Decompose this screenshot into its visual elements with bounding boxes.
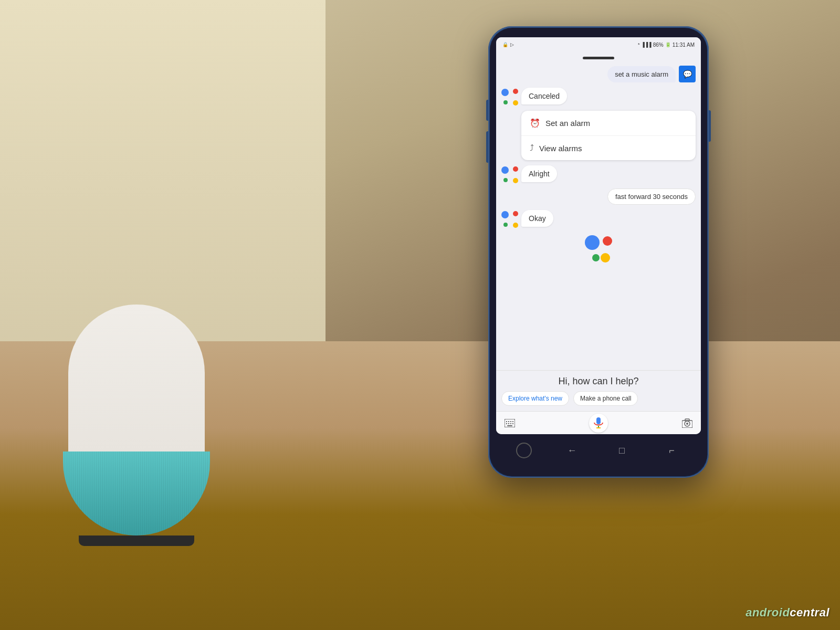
home-button[interactable]: □ [613, 441, 632, 460]
google-home-speaker [63, 304, 210, 525]
user-avatar-icon: 💬 [683, 70, 692, 78]
svg-rect-9 [507, 425, 512, 426]
alarm-clock-icon: ⏰ [530, 118, 540, 128]
dot-yellow-1 [513, 100, 518, 106]
google-dots-avatar-1 [501, 89, 518, 106]
dot-green-3 [503, 223, 508, 227]
input-bar [496, 411, 701, 434]
dot-yellow-large [601, 253, 610, 262]
watermark-central: central [790, 606, 830, 619]
assistant-message-3: Okay [501, 210, 696, 228]
status-icon-2: ▷ [510, 42, 514, 47]
status-left-icons: 🔒 ▷ [502, 42, 514, 47]
status-icon-1: 🔒 [502, 42, 508, 47]
earpiece [583, 57, 614, 59]
assistant-message-1: Canceled [501, 88, 696, 106]
svg-rect-5 [506, 423, 507, 424]
dot-blue-1 [501, 89, 509, 96]
phone-screen: 🔒 ▷ * ▐▐▐ 86% 🔋 11:31 AM [496, 37, 701, 434]
camera-icon[interactable] [680, 416, 695, 430]
watermark-android: android [746, 606, 790, 619]
assistant-chat-area[interactable]: set a music alarm 💬 Cancele [496, 61, 701, 370]
explore-new-button[interactable]: Explore what's new [501, 391, 569, 406]
google-dots-avatar-large [585, 235, 612, 262]
dot-yellow-2 [513, 178, 518, 183]
power-button [709, 110, 711, 142]
dot-red-3 [513, 211, 518, 216]
svg-rect-7 [510, 423, 511, 424]
dot-green-1 [503, 100, 508, 104]
okay-bubble: Okay [521, 210, 553, 227]
greeting-text: Hi, how can I help? [501, 376, 696, 387]
svg-rect-3 [510, 421, 511, 422]
svg-rect-4 [512, 421, 513, 422]
navigation-bar: ← □ ⌐ [490, 434, 707, 467]
battery-icon: 🔋 [665, 42, 671, 47]
phone-outer: 🔒 ▷ * ▐▐▐ 86% 🔋 11:31 AM [488, 26, 709, 478]
bluetooth-icon: * [638, 42, 640, 47]
dot-red-1 [513, 89, 518, 94]
svg-rect-6 [508, 423, 509, 424]
svg-rect-1 [506, 421, 507, 422]
volume-up-button [486, 100, 488, 121]
fast-forward-bubble: fast forward 30 seconds [607, 188, 696, 205]
status-bar: 🔒 ▷ * ▐▐▐ 86% 🔋 11:31 AM [496, 37, 701, 52]
phone-inner: 🔒 ▷ * ▐▐▐ 86% 🔋 11:31 AM [490, 28, 707, 476]
volume-down-button [486, 131, 488, 163]
svg-rect-16 [685, 419, 689, 421]
dot-blue-large [585, 235, 600, 250]
watermark: androidcentral [746, 606, 830, 620]
speaker-bottom [63, 452, 210, 536]
google-dots-avatar-2 [501, 166, 518, 183]
user-message-1: set a music alarm 💬 [501, 66, 696, 82]
dot-red-2 [513, 166, 518, 172]
phone-container: 🔒 ▷ * ▐▐▐ 86% 🔋 11:31 AM [488, 26, 709, 604]
set-alarm-label: Set an alarm [545, 119, 590, 128]
canceled-bubble: Canceled [521, 88, 567, 104]
dot-yellow-3 [513, 223, 518, 228]
make-call-button[interactable]: Make a phone call [573, 391, 638, 406]
quick-actions-bar: Explore what's new Make a phone call [501, 391, 696, 406]
assistant-bottom-area: Hi, how can I help? Explore what's new M… [496, 370, 701, 411]
dot-blue-2 [501, 166, 509, 174]
dot-red-large [603, 236, 612, 246]
microphone-button[interactable] [589, 414, 608, 433]
dot-green-large [592, 254, 600, 261]
signal-icon: ▐▐▐ [642, 42, 652, 47]
recent-button[interactable]: ⌐ [663, 441, 681, 460]
keyboard-icon[interactable] [502, 416, 517, 430]
user-bubble-1: set a music alarm [607, 66, 676, 82]
speaker-base [79, 536, 194, 546]
dot-green-2 [503, 178, 508, 182]
svg-rect-2 [508, 421, 509, 422]
alright-bubble: Alright [521, 165, 557, 182]
view-alarms-icon: ⤴ [530, 143, 534, 153]
set-alarm-item[interactable]: ⏰ Set an alarm [521, 111, 696, 136]
time-display: 11:31 AM [673, 42, 695, 48]
dot-blue-3 [501, 211, 509, 218]
svg-point-14 [686, 423, 688, 425]
google-dots-avatar-3 [501, 211, 518, 228]
battery-percentage: 86% [653, 42, 664, 48]
view-alarms-label: View alarms [539, 144, 582, 153]
earpiece-area [496, 52, 701, 61]
user-avatar: 💬 [679, 66, 696, 82]
speaker-top [68, 304, 205, 452]
view-alarms-item[interactable]: ⤴ View alarms [521, 136, 696, 160]
alarm-card[interactable]: ⏰ Set an alarm ⤴ View alarms [521, 111, 696, 160]
svg-rect-8 [512, 423, 513, 424]
status-right-info: * ▐▐▐ 86% 🔋 11:31 AM [638, 42, 695, 48]
assistant-message-2: Alright [501, 165, 696, 183]
svg-rect-10 [596, 417, 601, 424]
back-button[interactable]: ← [563, 441, 582, 460]
user-message-2: fast forward 30 seconds [501, 188, 696, 205]
nav-dot [516, 443, 532, 458]
